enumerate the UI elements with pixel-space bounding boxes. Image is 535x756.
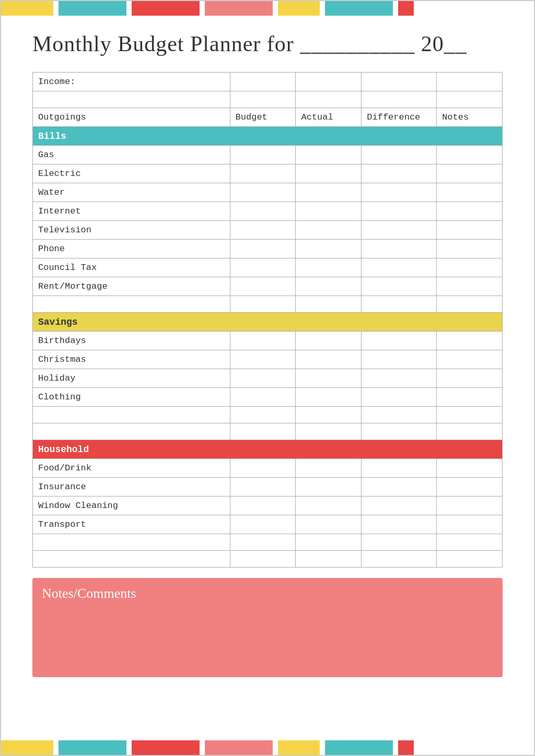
item-gas: Gas [33,146,230,164]
television-notes[interactable] [437,221,503,240]
phone-diff[interactable] [362,240,437,258]
income-actual-cell[interactable] [296,73,362,91]
electric-budget[interactable] [230,164,296,183]
rent-mortgage-diff[interactable] [362,277,437,296]
transport-diff[interactable] [362,515,437,534]
gas-budget[interactable] [230,146,296,164]
birthdays-actual[interactable] [296,332,362,350]
television-budget[interactable] [230,221,296,240]
header-outgoings: Outgoings [33,108,230,127]
rent-mortgage-actual[interactable] [296,277,362,296]
council-tax-budget[interactable] [230,258,296,277]
transport-actual[interactable] [296,515,362,534]
holiday-budget[interactable] [230,369,296,388]
transport-budget[interactable] [230,515,296,534]
item-phone: Phone [33,240,230,258]
row-internet: Internet [33,202,503,221]
income-notes-cell[interactable] [437,73,503,91]
insurance-diff[interactable] [362,478,437,497]
item-rent-mortgage: Rent/Mortgage [33,277,230,296]
item-holiday: Holiday [33,369,230,388]
water-diff[interactable] [362,183,437,202]
holiday-actual[interactable] [296,369,362,388]
clothing-actual[interactable] [296,388,362,407]
item-transport: Transport [33,515,230,534]
row-holiday: Holiday [33,369,503,388]
insurance-budget[interactable] [230,478,296,497]
deco-bar [59,1,126,16]
television-diff[interactable] [362,221,437,240]
household-label: Household [33,440,503,459]
row-rent-mortgage: Rent/Mortgage [33,277,503,296]
deco-bar [1,1,53,16]
item-christmas: Christmas [33,350,230,369]
water-notes[interactable] [437,183,503,202]
electric-notes[interactable] [437,164,503,183]
gas-notes[interactable] [437,146,503,164]
birthdays-diff[interactable] [362,332,437,350]
window-cleaning-budget[interactable] [230,497,296,515]
row-electric: Electric [33,164,503,183]
water-budget[interactable] [230,183,296,202]
food-drink-notes[interactable] [437,459,503,478]
row-gas: Gas [33,146,503,164]
internet-actual[interactable] [296,202,362,221]
christmas-budget[interactable] [230,350,296,369]
window-cleaning-actual[interactable] [296,497,362,515]
section-household-header: Household [33,440,503,459]
television-actual[interactable] [296,221,362,240]
blank-row-2 [33,296,503,313]
window-cleaning-diff[interactable] [362,497,437,515]
gas-diff[interactable] [362,146,437,164]
council-tax-diff[interactable] [362,258,437,277]
income-diff-cell[interactable] [362,73,437,91]
clothing-diff[interactable] [362,388,437,407]
phone-actual[interactable] [296,240,362,258]
blank-row-5 [33,534,503,551]
council-tax-notes[interactable] [437,258,503,277]
transport-notes[interactable] [437,515,503,534]
content: Monthly Budget Planner for __________ 20… [1,16,534,688]
clothing-notes[interactable] [437,388,503,407]
electric-actual[interactable] [296,164,362,183]
food-drink-actual[interactable] [296,459,362,478]
deco-bar [325,740,393,755]
notes-content-area[interactable] [42,607,493,669]
row-clothing: Clothing [33,388,503,407]
internet-budget[interactable] [230,202,296,221]
christmas-diff[interactable] [362,350,437,369]
holiday-diff[interactable] [362,369,437,388]
rent-mortgage-notes[interactable] [437,277,503,296]
deco-bar [398,740,414,755]
council-tax-actual[interactable] [296,258,362,277]
food-drink-diff[interactable] [362,459,437,478]
birthdays-budget[interactable] [230,332,296,350]
notes-comments-box[interactable]: Notes/Comments [32,578,503,677]
insurance-notes[interactable] [437,478,503,497]
item-window-cleaning: Window Cleaning [33,497,230,515]
internet-notes[interactable] [437,202,503,221]
food-drink-budget[interactable] [230,459,296,478]
gas-actual[interactable] [296,146,362,164]
page-title: Monthly Budget Planner for __________ 20… [32,31,503,56]
deco-bar [205,1,273,16]
christmas-actual[interactable] [296,350,362,369]
row-birthdays: Birthdays [33,332,503,350]
phone-notes[interactable] [437,240,503,258]
holiday-notes[interactable] [437,369,503,388]
clothing-budget[interactable] [230,388,296,407]
birthdays-notes[interactable] [437,332,503,350]
insurance-actual[interactable] [296,478,362,497]
deco-bar [59,740,126,755]
electric-diff[interactable] [362,164,437,183]
row-insurance: Insurance [33,478,503,497]
window-cleaning-notes[interactable] [437,497,503,515]
christmas-notes[interactable] [437,350,503,369]
deco-bar [53,1,59,16]
internet-diff[interactable] [362,202,437,221]
income-budget-cell[interactable] [230,73,296,91]
phone-budget[interactable] [230,240,296,258]
water-actual[interactable] [296,183,362,202]
rent-mortgage-budget[interactable] [230,277,296,296]
item-internet: Internet [33,202,230,221]
